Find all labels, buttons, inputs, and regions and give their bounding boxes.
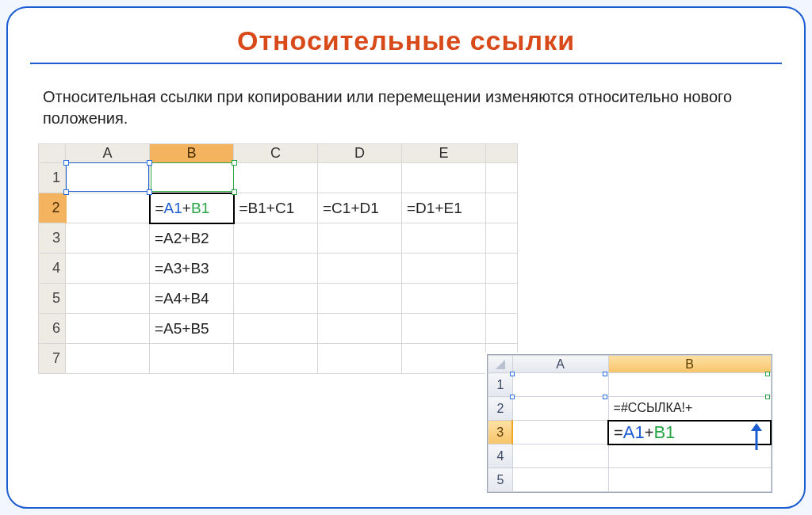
- cell-a1[interactable]: [66, 163, 150, 193]
- arrow-up-icon: [749, 423, 764, 452]
- cell-blank-6: [486, 314, 518, 344]
- formula-ref-b: B1: [653, 422, 675, 442]
- mini-row-header-2[interactable]: 2: [488, 397, 513, 421]
- svg-marker-0: [496, 360, 505, 369]
- mini-select-all-corner[interactable]: [488, 356, 513, 373]
- description-text: Относительная ссылки при копировании или…: [43, 86, 774, 129]
- cell-b5[interactable]: =A4+B4: [150, 284, 234, 314]
- cell-a4[interactable]: [66, 254, 150, 284]
- cell-blank-4: [486, 254, 518, 284]
- row-header-4[interactable]: 4: [39, 254, 66, 284]
- drag-handle-icon[interactable]: [603, 395, 607, 399]
- cell-b7[interactable]: [150, 344, 234, 374]
- col-header-c[interactable]: C: [234, 144, 318, 163]
- cell-e3[interactable]: [402, 223, 486, 254]
- cell-c1[interactable]: [234, 163, 318, 193]
- mini-cell-b3-active[interactable]: =A1+B1: [608, 421, 771, 444]
- drag-handle-icon[interactable]: [765, 395, 770, 399]
- mini-cell-b1[interactable]: [608, 373, 771, 397]
- select-all-corner[interactable]: [39, 144, 66, 163]
- drag-handle-icon[interactable]: [603, 372, 607, 376]
- drag-handle-icon[interactable]: [232, 160, 237, 166]
- mini-row-header-4[interactable]: 4: [488, 444, 513, 468]
- cell-b6[interactable]: =A5+B5: [150, 314, 234, 344]
- row-header-7[interactable]: 7: [39, 344, 66, 374]
- drag-handle-icon[interactable]: [63, 160, 69, 166]
- col-header-a[interactable]: A: [66, 144, 150, 163]
- cell-blank-1: [486, 163, 518, 193]
- cell-blank-5: [486, 284, 518, 314]
- cell-c5[interactable]: [234, 284, 318, 314]
- cell-e5[interactable]: [402, 284, 486, 314]
- mini-cell-b4[interactable]: [608, 444, 771, 468]
- cell-d1[interactable]: [318, 163, 402, 193]
- col-header-e[interactable]: E: [402, 144, 486, 163]
- title-underline: [30, 63, 782, 64]
- drag-handle-icon[interactable]: [63, 189, 69, 195]
- cell-d5[interactable]: [318, 284, 402, 314]
- cell-a2[interactable]: [66, 193, 150, 223]
- mini-cell-a1[interactable]: [512, 373, 608, 397]
- cell-e2[interactable]: =D1+E1: [402, 193, 486, 223]
- eq-sign: =: [155, 200, 164, 216]
- cell-blank-3: [486, 223, 518, 254]
- cell-e6[interactable]: [402, 314, 486, 344]
- svg-marker-2: [751, 423, 762, 431]
- row-header-3[interactable]: 3: [39, 223, 66, 254]
- drag-handle-icon[interactable]: [765, 372, 770, 376]
- cell-a6[interactable]: [66, 314, 150, 344]
- formula-ref-a: A1: [623, 422, 645, 442]
- col-header-blank: [486, 144, 518, 163]
- row-header-2[interactable]: 2: [39, 193, 66, 223]
- mini-cell-a4[interactable]: [512, 444, 608, 468]
- page-title: Относительные ссылки: [8, 25, 804, 56]
- cell-b3[interactable]: =A2+B2: [150, 223, 234, 254]
- cell-c2[interactable]: =B1+C1: [234, 193, 318, 223]
- drag-handle-icon[interactable]: [510, 372, 515, 376]
- plus-op: +: [645, 424, 654, 441]
- row-header-5[interactable]: 5: [39, 284, 66, 314]
- col-header-b[interactable]: B: [150, 144, 234, 163]
- mini-row-header-1[interactable]: 1: [488, 373, 513, 397]
- mini-cell-a2[interactable]: [512, 397, 608, 421]
- cell-b1[interactable]: [150, 163, 234, 193]
- row-header-6[interactable]: 6: [39, 314, 66, 344]
- mini-cell-b2[interactable]: =#ССЫЛКА!+: [608, 397, 771, 421]
- mini-cell-b5[interactable]: [608, 468, 771, 492]
- cell-e4[interactable]: [402, 254, 486, 284]
- drag-handle-icon[interactable]: [510, 395, 515, 399]
- cell-e1[interactable]: [402, 163, 486, 193]
- cell-d6[interactable]: [318, 314, 402, 344]
- row-header-1[interactable]: 1: [39, 163, 66, 193]
- cell-d2[interactable]: =C1+D1: [318, 193, 402, 223]
- mini-cell-a3[interactable]: [512, 421, 608, 444]
- cell-blank-2: [486, 193, 518, 223]
- cell-c6[interactable]: [234, 314, 318, 344]
- cell-d3[interactable]: [318, 223, 402, 254]
- slide-frame: Относительные ссылки Относительная ссылк…: [6, 6, 806, 509]
- cell-e7[interactable]: [402, 344, 486, 374]
- cell-c7[interactable]: [234, 344, 318, 374]
- eq-sign: =: [614, 424, 623, 441]
- cell-d4[interactable]: [318, 254, 402, 284]
- cell-b4[interactable]: =A3+B3: [150, 254, 234, 284]
- cell-a3[interactable]: [66, 223, 150, 254]
- drag-handle-icon[interactable]: [232, 189, 237, 195]
- cell-c4[interactable]: [234, 254, 318, 284]
- cell-a7[interactable]: [66, 344, 150, 374]
- main-spreadsheet: A B C D E 1 2 =A1+B1: [38, 143, 804, 374]
- mini-cell-a5[interactable]: [512, 468, 608, 492]
- drag-handle-icon[interactable]: [147, 160, 152, 166]
- mini-col-header-a[interactable]: A: [512, 356, 608, 373]
- mini-row-header-5[interactable]: 5: [488, 468, 513, 492]
- mini-row-header-3[interactable]: 3: [488, 421, 513, 444]
- cell-c3[interactable]: [234, 223, 318, 254]
- col-header-d[interactable]: D: [318, 144, 402, 163]
- cell-d7[interactable]: [318, 344, 402, 374]
- cell-a5[interactable]: [66, 284, 150, 314]
- mini-col-header-b[interactable]: B: [608, 356, 771, 373]
- cell-b2-active[interactable]: =A1+B1: [150, 193, 234, 223]
- mini-spreadsheet: A B 1 2 =#ССЫЛКА!+ 3 =A1+B1 4: [487, 354, 772, 493]
- drag-handle-icon[interactable]: [147, 189, 152, 195]
- formula-ref-b: B1: [191, 200, 209, 216]
